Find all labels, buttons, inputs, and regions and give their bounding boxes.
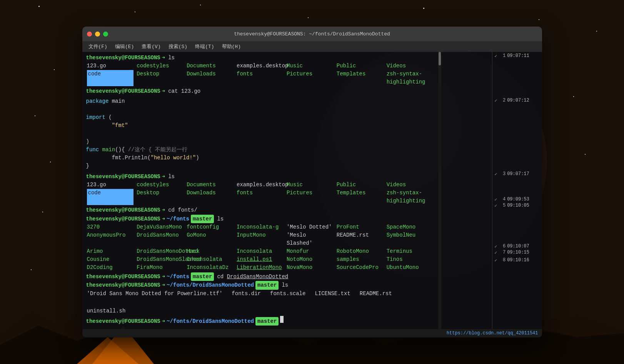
traffic-lights <box>87 32 108 37</box>
terminal-content[interactable]: thesevensky@FOURSEASONS ➜ ls 123.go code… <box>82 52 438 329</box>
window-title: thesevensky@FOURSEASONS: ~/fonts/DroidSa… <box>234 31 390 37</box>
sidebar-entry-1: ✓ 1 09:07:11 <box>492 53 542 59</box>
sidebar-entry-7: ✓ 7 09:10:15 <box>492 249 542 255</box>
sidebar-entry-2: ✓ 2 09:07:12 <box>492 97 542 104</box>
ls-output-2-row2: code Desktop Downloads fonts Pictures Te… <box>86 189 434 205</box>
menubar: 文件(F) 编辑(E) 查看(V) 搜索(S) 终端(T) 帮助(H) <box>82 41 542 52</box>
menu-view[interactable]: 查看(V) <box>138 42 164 51</box>
ls-output-3: 3270 DejaVuSansMono fontconfig Inconsola… <box>86 223 434 272</box>
prompt-line-8: thesevensky@FOURSEASONS ➜ ~/fonts/DroidS… <box>86 316 434 326</box>
prompt-line-4: thesevensky@FOURSEASONS ➜ cd fonts/ <box>86 206 434 214</box>
cmd-1: ls <box>168 53 175 62</box>
prompt-line-6: thesevensky@FOURSEASONS ➜ ~/fonts master… <box>86 272 434 281</box>
sidebar-entry-6: ✓ 6 09:10:07 <box>492 243 542 249</box>
prompt-arrow-1: ➜ <box>162 53 165 62</box>
minimize-button[interactable] <box>95 32 100 37</box>
ls-output-2-row1: 123.go codestyles Documents examples.des… <box>86 181 434 189</box>
sidebar-entry-5: ✓ 5 09:10:05 <box>492 202 542 209</box>
menu-file[interactable]: 文件(F) <box>85 42 110 51</box>
ls-output-1-row2: code Desktop Downloads fonts Pictures Te… <box>86 70 434 86</box>
sidebar-entry-8: ✓ 8 09:10:16 <box>492 257 542 263</box>
ls-output-1-row1: 123.go codestyles Documents examples.des… <box>86 62 434 70</box>
git-branch-2: master <box>191 272 214 281</box>
url-text: https://blog.csdn.net/qq_42011541 <box>447 331 538 336</box>
code-line-9: } <box>86 162 434 170</box>
menu-edit[interactable]: 编辑(E) <box>112 42 137 51</box>
git-branch-4: master <box>255 317 279 326</box>
code-line-2 <box>86 105 434 114</box>
code-line-7: func main(){ //这个 { 不能另起一行 <box>86 146 434 154</box>
ls-output-4: 'Droid Sans Mono Dotted for Powerline.tt… <box>86 290 434 315</box>
code-line-6: ) <box>86 138 434 146</box>
git-branch-1: master <box>191 215 214 223</box>
titlebar: thesevensky@FOURSEASONS: ~/fonts/DroidSa… <box>82 27 542 41</box>
prompt-line-3: thesevensky@FOURSEASONS ➜ ls <box>86 172 434 181</box>
menu-search[interactable]: 搜索(S) <box>165 42 190 51</box>
terminal-window: thesevensky@FOURSEASONS: ~/fonts/DroidSa… <box>82 27 542 337</box>
sidebar-entry-4: ✓ 4 09:09:53 <box>492 196 542 202</box>
scrollbar-thumb[interactable] <box>439 52 441 65</box>
code-line-5 <box>86 130 434 138</box>
code-highlight: code <box>87 70 134 86</box>
code-highlight-2: code <box>87 189 134 205</box>
close-button[interactable] <box>87 32 92 37</box>
code-line-3: import ( <box>86 114 434 122</box>
timestamp-sidebar: ✓ 1 09:07:11 ✓ 2 09:07:12 ✓ 3 09:07:17 ✓… <box>492 52 542 329</box>
prompt-line-5: thesevensky@FOURSEASONS ➜ ~/fonts master… <box>86 215 434 223</box>
git-branch-3: master <box>255 281 279 289</box>
prompt-user-1: thesevensky@FOURSEASONS <box>86 53 160 62</box>
terminal-sidebar <box>438 52 492 329</box>
prompt-line-7: thesevensky@FOURSEASONS ➜ ~/fonts/DroidS… <box>86 281 434 289</box>
code-output: package main import ( "fmt" ) func main(… <box>86 96 434 172</box>
cursor-block <box>280 316 284 323</box>
prompt-line-2: thesevensky@FOURSEASONS ➜ cat 123.go <box>86 87 434 95</box>
scrollbar-track[interactable] <box>438 52 441 329</box>
maximize-button[interactable] <box>103 32 108 37</box>
menu-help[interactable]: 帮助(H) <box>219 42 244 51</box>
code-line-4: "fmt" <box>86 122 434 130</box>
sidebar-entry-3: ✓ 3 09:07:17 <box>492 171 542 177</box>
code-line-1: package main <box>86 97 434 105</box>
url-bar: https://blog.csdn.net/qq_42011541 <box>82 329 542 337</box>
prompt-line-1: thesevensky@FOURSEASONS ➜ ls <box>86 53 434 62</box>
menu-terminal[interactable]: 终端(T) <box>192 42 217 51</box>
code-line-8: fmt.Println("hello world!") <box>86 154 434 162</box>
